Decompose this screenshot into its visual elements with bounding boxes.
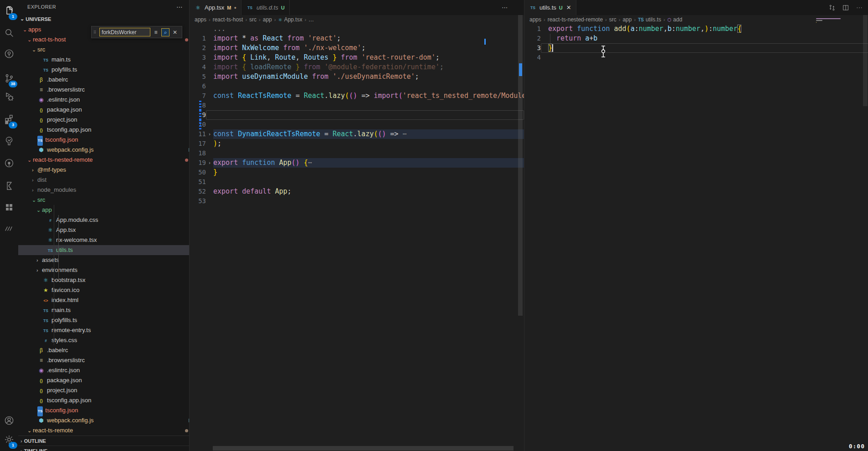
- tree-item-react-ts-remote[interactable]: ⌄react-ts-remote: [18, 425, 190, 436]
- tree-item--eslintrc-json[interactable]: ◉.eslintrc.json: [18, 95, 190, 105]
- tree-item-assets[interactable]: ›assets: [18, 255, 190, 265]
- tree-item--babelrc[interactable]: β.babelrc: [18, 345, 190, 355]
- code-line-17[interactable]: 17);: [190, 139, 524, 149]
- testing-tree-icon[interactable]: [0, 131, 18, 151]
- tree-item-package-json[interactable]: {}package.json: [18, 105, 190, 115]
- tree-item-webpack-config-js[interactable]: ⬢webpack.config.jsM: [18, 145, 190, 155]
- tree-item-dist[interactable]: ›dist: [18, 175, 190, 185]
- code-line-hint[interactable]: ...: [190, 24, 524, 34]
- tab-utils-d-ts[interactable]: TSutils.d.tsU: [241, 0, 290, 15]
- tree-item-package-json[interactable]: {}package.json: [18, 375, 190, 385]
- tree-item-polyfills-ts[interactable]: TSpolyfills.ts: [18, 65, 190, 75]
- tree-item-polyfills-ts[interactable]: TSpolyfills.ts: [18, 315, 190, 325]
- account-icon[interactable]: [0, 410, 18, 430]
- tree-item-index-html[interactable]: <>index.html: [18, 295, 190, 305]
- breadcrumb-item[interactable]: src: [249, 16, 257, 23]
- breadcrumb-item[interactable]: react-ts-host: [213, 16, 243, 23]
- editor-group-right[interactable]: TSutils.tsU✕ apps›react-ts-nested-remote…: [524, 0, 868, 451]
- code-line-2[interactable]: 2 return a+b: [524, 34, 868, 43]
- sidebar-panel-timeline[interactable]: ›TIMELINE: [18, 446, 189, 451]
- workspace-section-header[interactable]: ⌄UNIVERSE: [20, 14, 51, 25]
- tree-item-tsconfig-app-json[interactable]: {}tsconfig.app.json: [18, 395, 190, 405]
- tree-item-project-json[interactable]: {}project.json: [18, 385, 190, 395]
- open-changes-icon[interactable]: [828, 4, 836, 11]
- breadcrumb-item[interactable]: apps: [195, 16, 206, 23]
- debug-icon[interactable]: [0, 87, 18, 107]
- find-close-icon[interactable]: ✕: [171, 28, 179, 36]
- tree-item-src[interactable]: ⌄src: [18, 45, 190, 55]
- run-circle-icon[interactable]: [0, 44, 18, 64]
- tree-item--mf-types[interactable]: ›@mf-types: [18, 165, 190, 175]
- breadcrumb-item[interactable]: TSutils.ts: [638, 16, 661, 23]
- code-line-53[interactable]: 53: [190, 196, 524, 206]
- tree-item-project-json[interactable]: {}project.json: [18, 115, 190, 125]
- tree-item-src[interactable]: ⌄src: [18, 195, 190, 205]
- tree-item-utils-ts[interactable]: TSutils.tsU: [18, 245, 190, 255]
- tab-close-icon[interactable]: ✕: [566, 4, 571, 11]
- tree-item-webpack-config-js[interactable]: ⬢webpack.config.jsM: [18, 415, 190, 425]
- breadcrumb-item[interactable]: apps: [529, 16, 541, 23]
- tree-item-app-module-css[interactable]: #App.module.css: [18, 215, 190, 225]
- breadcrumb-left[interactable]: apps›react-ts-host›src›app›⚛App.tsx›…: [195, 15, 314, 24]
- vertical-scrollbar-right[interactable]: [863, 15, 868, 106]
- code-line-18[interactable]: 18: [190, 149, 524, 158]
- vertical-scrollbar-left[interactable]: [518, 15, 523, 316]
- breadcrumb-item[interactable]: ⚛App.tsx: [278, 16, 302, 23]
- tree-item--babelrc[interactable]: β.babelrc: [18, 75, 190, 85]
- tree-item-remote-entry-ts[interactable]: TSremote-entry.ts: [18, 325, 190, 335]
- search-icon[interactable]: [0, 23, 18, 43]
- tree-find-input[interactable]: [99, 28, 150, 36]
- code-line-52[interactable]: 52export default App;: [190, 187, 524, 196]
- tree-item-styles-css[interactable]: #styles.css: [18, 335, 190, 345]
- breadcrumb-item[interactable]: src: [609, 16, 616, 23]
- code-line-3[interactable]: 3}: [524, 43, 868, 53]
- fold-chevron-icon[interactable]: ›: [208, 132, 211, 137]
- split-editor-icon[interactable]: [842, 4, 849, 11]
- code-line-5[interactable]: 5import useDynamicModule from './useDyna…: [190, 72, 524, 82]
- breadcrumb-item[interactable]: …: [308, 16, 314, 23]
- code-line-7[interactable]: 7const ReactTsRemote = React.lazy(() => …: [190, 91, 524, 101]
- target-circle-icon[interactable]: [0, 153, 18, 173]
- code-line-4[interactable]: 4import { loadRemote } from '@module-fed…: [190, 62, 524, 72]
- breadcrumb-item[interactable]: react-ts-nested-remote: [548, 16, 603, 23]
- tree-item-tsconfig-json[interactable]: TStsconfig.json2: [18, 405, 190, 415]
- hexagon-k-icon[interactable]: [0, 176, 18, 196]
- breadcrumb-item[interactable]: app: [263, 16, 272, 23]
- tree-item-bootstrap-tsx[interactable]: ⚛bootstrap.tsx: [18, 275, 190, 285]
- filter-lines-icon[interactable]: ≡: [152, 28, 160, 36]
- code-line-8[interactable]: 8: [190, 101, 524, 110]
- tree-item-tsconfig-json[interactable]: TStsconfig.json1: [18, 135, 190, 145]
- tree-item--eslintrc-json[interactable]: ◉.eslintrc.json: [18, 365, 190, 375]
- tree-item-main-ts[interactable]: TSmain.ts: [18, 55, 190, 65]
- explorer-icon[interactable]: 1: [0, 1, 18, 21]
- breadcrumb-right[interactable]: apps›react-ts-nested-remote›src›app›TSut…: [529, 15, 682, 24]
- grid-icon[interactable]: [0, 197, 18, 217]
- tree-item-node-modules[interactable]: ›node_modules: [18, 185, 190, 195]
- code-line-1[interactable]: 1import * as React from 'react';: [190, 34, 524, 43]
- sidebar-panel-outline[interactable]: ›OUTLINE: [18, 436, 189, 446]
- tree-item-react-ts-nested-remote[interactable]: ⌄react-ts-nested-remote: [18, 155, 190, 165]
- minimap-right[interactable]: [816, 18, 850, 26]
- unsaved-dot-icon[interactable]: ●: [234, 5, 236, 10]
- code-line-3[interactable]: 3import { Link, Route, Routes } from 're…: [190, 53, 524, 62]
- more-actions-icon[interactable]: ⋯: [502, 4, 508, 11]
- fuzzy-filter-toggle-icon[interactable]: ⌕: [161, 28, 169, 36]
- tree-item-nx-welcome-tsx[interactable]: ⚛nx-welcome.tsx: [18, 235, 190, 245]
- code-line-9[interactable]: 9: [190, 110, 524, 120]
- code-line-10[interactable]: 10: [190, 120, 524, 129]
- fold-chevron-icon[interactable]: ›: [208, 160, 211, 165]
- editor-group-left[interactable]: ⚛App.tsxM●TSutils.d.tsU ⋯ apps›react-ts-…: [190, 0, 524, 451]
- waves-icon[interactable]: [0, 219, 18, 239]
- source-control-icon[interactable]: 38: [0, 68, 18, 88]
- extensions-icon[interactable]: 3: [0, 109, 18, 129]
- tab-app-tsx[interactable]: ⚛App.tsxM●: [190, 0, 241, 15]
- sidebar-more-icon[interactable]: ⋯: [176, 0, 183, 14]
- more-actions-icon[interactable]: [856, 4, 863, 11]
- tree-item-app[interactable]: ⌄app: [18, 205, 190, 215]
- tab-utils-ts[interactable]: TSutils.tsU✕: [524, 0, 576, 15]
- tree-item-favicon-ico[interactable]: ★favicon.ico: [18, 285, 190, 295]
- code-line-2[interactable]: 2import NxWelcome from './nx-welcome';: [190, 43, 524, 53]
- code-line-50[interactable]: 50}: [190, 168, 524, 177]
- tree-item--browserslistrc[interactable]: ≡.browserslistrc: [18, 355, 190, 365]
- tree-item-main-ts[interactable]: TSmain.ts: [18, 305, 190, 315]
